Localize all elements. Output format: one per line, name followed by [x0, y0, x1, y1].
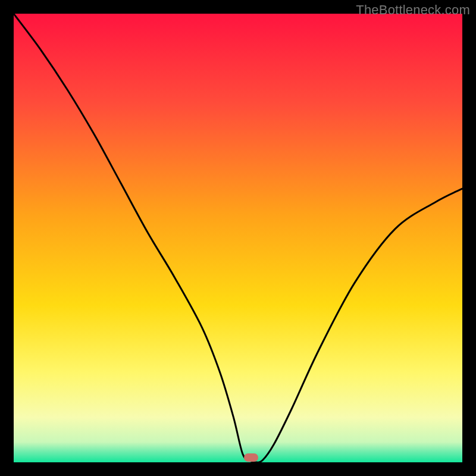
- chart-svg: [14, 14, 462, 462]
- gradient-background: [14, 14, 462, 462]
- plot-area: [14, 14, 462, 462]
- bottleneck-marker: [244, 453, 258, 462]
- watermark-text: TheBottleneck.com: [356, 2, 470, 18]
- chart-frame: TheBottleneck.com: [0, 0, 476, 476]
